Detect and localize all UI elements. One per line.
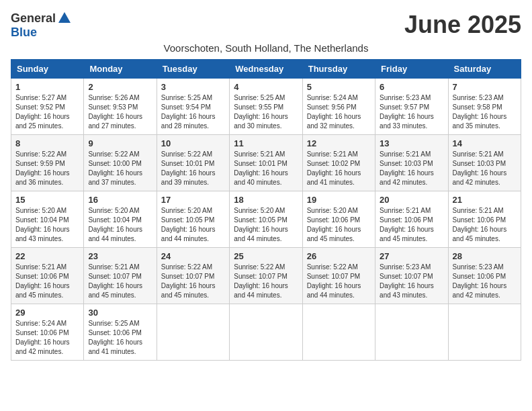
day-number: 30 bbox=[88, 308, 152, 318]
day-info: Sunrise: 5:22 AMSunset: 10:07 PMDaylight… bbox=[234, 263, 298, 300]
header-cell-saturday: Saturday bbox=[448, 60, 521, 79]
day-number: 12 bbox=[307, 138, 371, 148]
calendar-cell bbox=[157, 304, 229, 361]
day-number: 16 bbox=[88, 195, 152, 205]
day-info: Sunrise: 5:21 AMSunset: 10:06 PMDaylight… bbox=[380, 206, 443, 244]
day-number: 3 bbox=[161, 82, 225, 92]
day-info: Sunrise: 5:21 AMSunset: 10:01 PMDaylight… bbox=[234, 150, 298, 187]
calendar-cell: 9Sunrise: 5:22 AMSunset: 10:00 PMDayligh… bbox=[84, 135, 157, 191]
day-info: Sunrise: 5:20 AMSunset: 10:05 PMDaylight… bbox=[234, 206, 298, 244]
day-info: Sunrise: 5:21 AMSunset: 10:02 PMDaylight… bbox=[307, 150, 371, 187]
day-number: 20 bbox=[380, 195, 443, 205]
calendar-cell: 17Sunrise: 5:20 AMSunset: 10:05 PMDaylig… bbox=[157, 191, 229, 248]
calendar-cell: 27Sunrise: 5:23 AMSunset: 10:07 PMDaylig… bbox=[375, 248, 448, 304]
day-number: 23 bbox=[88, 251, 152, 261]
day-number: 10 bbox=[161, 138, 225, 148]
logo-blue-text: Blue bbox=[11, 26, 37, 40]
calendar-cell: 18Sunrise: 5:20 AMSunset: 10:05 PMDaylig… bbox=[230, 191, 302, 248]
calendar-cell bbox=[375, 304, 448, 361]
day-number: 22 bbox=[15, 251, 79, 261]
day-number: 15 bbox=[15, 195, 79, 205]
header-cell-sunday: Sunday bbox=[11, 60, 84, 79]
day-info: Sunrise: 5:27 AMSunset: 9:52 PMDaylight:… bbox=[15, 93, 79, 131]
day-number: 19 bbox=[307, 195, 371, 205]
day-info: Sunrise: 5:24 AMSunset: 9:56 PMDaylight:… bbox=[307, 93, 371, 131]
day-number: 7 bbox=[453, 82, 517, 92]
day-number: 24 bbox=[161, 251, 225, 261]
calendar-week-4: 22Sunrise: 5:21 AMSunset: 10:06 PMDaylig… bbox=[11, 248, 521, 304]
calendar-cell: 5Sunrise: 5:24 AMSunset: 9:56 PMDaylight… bbox=[302, 79, 375, 135]
header: General Blue June 2025 bbox=[11, 11, 521, 40]
month-title: June 2025 bbox=[404, 11, 521, 39]
day-info: Sunrise: 5:21 AMSunset: 10:03 PMDaylight… bbox=[453, 150, 517, 187]
day-info: Sunrise: 5:22 AMSunset: 9:59 PMDaylight:… bbox=[15, 150, 79, 187]
calendar-cell: 23Sunrise: 5:21 AMSunset: 10:07 PMDaylig… bbox=[84, 248, 157, 304]
calendar-cell bbox=[302, 304, 375, 361]
day-info: Sunrise: 5:22 AMSunset: 10:07 PMDaylight… bbox=[307, 263, 371, 300]
calendar-cell: 10Sunrise: 5:22 AMSunset: 10:01 PMDaylig… bbox=[157, 135, 229, 191]
day-number: 4 bbox=[234, 82, 298, 92]
day-info: Sunrise: 5:20 AMSunset: 10:04 PMDaylight… bbox=[88, 206, 152, 244]
day-info: Sunrise: 5:23 AMSunset: 10:07 PMDaylight… bbox=[380, 263, 443, 300]
day-info: Sunrise: 5:20 AMSunset: 10:06 PMDaylight… bbox=[307, 206, 371, 244]
day-info: Sunrise: 5:22 AMSunset: 10:00 PMDaylight… bbox=[88, 150, 152, 187]
calendar-week-3: 15Sunrise: 5:20 AMSunset: 10:04 PMDaylig… bbox=[11, 191, 521, 248]
logo: General Blue bbox=[11, 11, 72, 40]
day-info: Sunrise: 5:23 AMSunset: 10:06 PMDaylight… bbox=[453, 263, 517, 300]
calendar-cell: 25Sunrise: 5:22 AMSunset: 10:07 PMDaylig… bbox=[230, 248, 302, 304]
logo-general-text: General bbox=[11, 11, 56, 26]
calendar-cell bbox=[230, 304, 302, 361]
calendar-cell: 13Sunrise: 5:21 AMSunset: 10:03 PMDaylig… bbox=[375, 135, 448, 191]
day-info: Sunrise: 5:22 AMSunset: 10:07 PMDaylight… bbox=[161, 263, 225, 300]
header-cell-friday: Friday bbox=[375, 60, 448, 79]
header-cell-monday: Monday bbox=[84, 60, 157, 79]
calendar-cell: 26Sunrise: 5:22 AMSunset: 10:07 PMDaylig… bbox=[302, 248, 375, 304]
calendar-cell: 3Sunrise: 5:25 AMSunset: 9:54 PMDaylight… bbox=[157, 79, 229, 135]
calendar-cell: 4Sunrise: 5:25 AMSunset: 9:55 PMDaylight… bbox=[230, 79, 302, 135]
logo-icon bbox=[57, 11, 72, 26]
day-number: 18 bbox=[234, 195, 298, 205]
header-cell-tuesday: Tuesday bbox=[157, 60, 229, 79]
day-number: 14 bbox=[453, 138, 517, 148]
day-info: Sunrise: 5:20 AMSunset: 10:05 PMDaylight… bbox=[161, 206, 225, 244]
calendar-week-5: 29Sunrise: 5:24 AMSunset: 10:06 PMDaylig… bbox=[11, 304, 521, 361]
day-number: 5 bbox=[307, 82, 371, 92]
calendar-cell: 1Sunrise: 5:27 AMSunset: 9:52 PMDaylight… bbox=[11, 79, 84, 135]
calendar-cell: 21Sunrise: 5:21 AMSunset: 10:06 PMDaylig… bbox=[448, 191, 521, 248]
day-number: 6 bbox=[380, 82, 443, 92]
day-number: 26 bbox=[307, 251, 371, 261]
subtitle: Voorschoten, South Holland, The Netherla… bbox=[11, 42, 521, 54]
day-info: Sunrise: 5:22 AMSunset: 10:01 PMDaylight… bbox=[161, 150, 225, 187]
day-info: Sunrise: 5:25 AMSunset: 10:06 PMDaylight… bbox=[88, 319, 152, 357]
day-number: 2 bbox=[88, 82, 152, 92]
day-info: Sunrise: 5:25 AMSunset: 9:54 PMDaylight:… bbox=[161, 93, 225, 131]
svg-marker-0 bbox=[58, 12, 71, 23]
calendar-cell: 30Sunrise: 5:25 AMSunset: 10:06 PMDaylig… bbox=[84, 304, 157, 361]
day-info: Sunrise: 5:21 AMSunset: 10:07 PMDaylight… bbox=[88, 263, 152, 300]
day-number: 25 bbox=[234, 251, 298, 261]
header-row: SundayMondayTuesdayWednesdayThursdayFrid… bbox=[11, 60, 521, 79]
day-number: 27 bbox=[380, 251, 443, 261]
day-number: 9 bbox=[88, 138, 152, 148]
calendar-cell: 29Sunrise: 5:24 AMSunset: 10:06 PMDaylig… bbox=[11, 304, 84, 361]
calendar-cell: 14Sunrise: 5:21 AMSunset: 10:03 PMDaylig… bbox=[448, 135, 521, 191]
calendar-week-1: 1Sunrise: 5:27 AMSunset: 9:52 PMDaylight… bbox=[11, 79, 521, 135]
day-info: Sunrise: 5:23 AMSunset: 9:58 PMDaylight:… bbox=[453, 93, 517, 131]
day-number: 1 bbox=[15, 82, 79, 92]
day-info: Sunrise: 5:21 AMSunset: 10:06 PMDaylight… bbox=[453, 206, 517, 244]
calendar-cell: 6Sunrise: 5:23 AMSunset: 9:57 PMDaylight… bbox=[375, 79, 448, 135]
calendar-cell: 16Sunrise: 5:20 AMSunset: 10:04 PMDaylig… bbox=[84, 191, 157, 248]
calendar-cell: 15Sunrise: 5:20 AMSunset: 10:04 PMDaylig… bbox=[11, 191, 84, 248]
calendar-cell: 12Sunrise: 5:21 AMSunset: 10:02 PMDaylig… bbox=[302, 135, 375, 191]
calendar-table: SundayMondayTuesdayWednesdayThursdayFrid… bbox=[11, 59, 521, 361]
day-info: Sunrise: 5:25 AMSunset: 9:55 PMDaylight:… bbox=[234, 93, 298, 131]
day-info: Sunrise: 5:24 AMSunset: 10:06 PMDaylight… bbox=[15, 319, 79, 357]
calendar-cell: 22Sunrise: 5:21 AMSunset: 10:06 PMDaylig… bbox=[11, 248, 84, 304]
day-info: Sunrise: 5:21 AMSunset: 10:06 PMDaylight… bbox=[15, 263, 79, 300]
calendar-cell: 20Sunrise: 5:21 AMSunset: 10:06 PMDaylig… bbox=[375, 191, 448, 248]
day-number: 13 bbox=[380, 138, 443, 148]
calendar-cell bbox=[448, 304, 521, 361]
calendar-cell: 24Sunrise: 5:22 AMSunset: 10:07 PMDaylig… bbox=[157, 248, 229, 304]
day-number: 17 bbox=[161, 195, 225, 205]
calendar-cell: 28Sunrise: 5:23 AMSunset: 10:06 PMDaylig… bbox=[448, 248, 521, 304]
